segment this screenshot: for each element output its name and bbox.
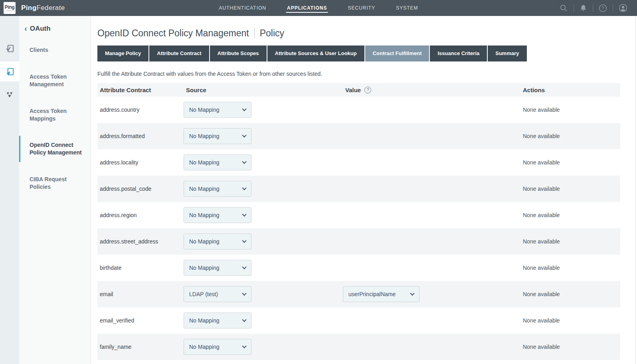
table-row: address.street_addressNo MappingNone ava… xyxy=(97,228,620,255)
source-dropdown-value: No Mapping xyxy=(189,133,220,139)
table-row: emailLDAP (test)userPrincipalNameNone av… xyxy=(97,281,620,307)
sidebar: ‹ OAuth ClientsAccess Token ManagementAc… xyxy=(19,16,91,364)
actions-cell: None available xyxy=(520,159,620,166)
tab-issuance-criteria[interactable]: Issuance Criteria xyxy=(430,46,487,61)
source-cell: No Mapping xyxy=(184,102,343,118)
tab-attribute-sources-user-lookup[interactable]: Attribute Sources & User Lookup xyxy=(267,46,364,61)
tab-bar: Manage PolicyAttribute ContractAttribute… xyxy=(97,46,637,61)
source-cell: No Mapping xyxy=(184,181,343,197)
source-dropdown[interactable]: LDAP (test) xyxy=(184,286,251,302)
source-cell: No Mapping xyxy=(184,233,343,249)
source-dropdown[interactable]: No Mapping xyxy=(184,207,251,223)
chevron-down-icon xyxy=(242,317,246,322)
sidebar-section-title[interactable]: OAuth xyxy=(30,25,51,33)
table-row: address.formattedNo MappingNone availabl… xyxy=(97,123,620,149)
source-dropdown[interactable]: No Mapping xyxy=(184,260,251,276)
ping-logo[interactable]: Ping Identity. xyxy=(4,2,16,14)
sidebar-item-openid-connect-policy-management[interactable]: OpenID Connect Policy Management xyxy=(19,136,91,162)
value-dropdown[interactable]: userPrincipalName xyxy=(343,286,419,302)
check-square-icon[interactable] xyxy=(0,38,19,58)
actions-cell: None available xyxy=(520,238,620,245)
source-dropdown[interactable]: No Mapping xyxy=(184,181,251,197)
bell-icon[interactable] xyxy=(574,0,593,16)
table-row: email_verifiedNo MappingNone available xyxy=(97,307,620,334)
page-title-main: OpenID Connect Policy Management xyxy=(97,28,249,39)
attribute-name: address.street_address xyxy=(97,238,184,245)
attribute-name: address.postal_code xyxy=(97,186,184,192)
table-row: address.countryNo MappingNone available xyxy=(97,97,620,123)
nav-applications[interactable]: APPLICATIONS xyxy=(286,4,328,13)
actions-cell: None available xyxy=(520,317,620,324)
product-name: PingFederate xyxy=(21,4,65,12)
ping-logo-subtext: Identity. xyxy=(7,10,12,12)
search-icon[interactable] xyxy=(554,0,574,16)
nav-system[interactable]: SYSTEM xyxy=(395,4,419,12)
table-body: address.countryNo MappingNone availablea… xyxy=(97,97,620,360)
tab-contract-fulfillment[interactable]: Contract Fulfillment xyxy=(365,46,429,61)
top-bar: Ping Identity. PingFederate AUTHENTICATI… xyxy=(0,0,637,16)
chevron-down-icon xyxy=(242,291,246,295)
table-header-row: Attribute Contract Source Value ? Action… xyxy=(97,83,620,97)
attribute-name: address.country xyxy=(97,107,184,113)
col-header-attribute-contract: Attribute Contract xyxy=(97,87,184,93)
tab-attribute-contract[interactable]: Attribute Contract xyxy=(149,46,209,61)
source-cell: No Mapping xyxy=(184,128,343,144)
source-dropdown-value: No Mapping xyxy=(189,317,220,324)
source-cell: No Mapping xyxy=(184,207,343,223)
tab-manage-policy[interactable]: Manage Policy xyxy=(97,46,148,61)
page-title-sub: Policy xyxy=(260,28,284,39)
value-dropdown-value: userPrincipalName xyxy=(348,291,396,297)
source-dropdown[interactable]: No Mapping xyxy=(184,154,251,170)
source-dropdown-value: No Mapping xyxy=(189,265,220,271)
attribute-name: address.formatted xyxy=(97,133,184,139)
page-title: OpenID Connect Policy Management Policy xyxy=(97,28,637,39)
paw-icon[interactable] xyxy=(0,85,19,105)
actions-cell: None available xyxy=(520,186,620,192)
nav-security[interactable]: SECURITY xyxy=(347,4,376,12)
tab-summary[interactable]: Summary xyxy=(488,46,526,61)
page-description: Fulfill the Attribute Contract with valu… xyxy=(97,71,637,77)
help-icon[interactable]: ? xyxy=(593,0,613,16)
user-icon[interactable] xyxy=(613,0,633,16)
attribute-name: address.locality xyxy=(97,159,184,166)
icon-rail xyxy=(0,16,19,364)
source-cell: No Mapping xyxy=(184,260,343,276)
nav-authentication[interactable]: AUTHENTICATION xyxy=(218,4,267,12)
source-dropdown[interactable]: No Mapping xyxy=(184,102,251,118)
chevron-down-icon xyxy=(242,238,246,243)
attribute-name: birthdate xyxy=(97,265,184,271)
table-row: address.postal_codeNo MappingNone availa… xyxy=(97,176,620,202)
source-cell: No Mapping xyxy=(184,339,343,355)
table-row: address.localityNo MappingNone available xyxy=(97,149,620,176)
sidebar-item-access-token-mappings[interactable]: Access Token Mappings xyxy=(19,102,91,128)
source-dropdown-value: LDAP (test) xyxy=(189,291,218,297)
attribute-name: email_verified xyxy=(97,317,184,324)
top-nav: AUTHENTICATIONAPPLICATIONSSECURITYSYSTEM xyxy=(218,0,419,16)
source-dropdown[interactable]: No Mapping xyxy=(184,128,251,144)
chevron-down-icon xyxy=(410,291,414,295)
main-content: OpenID Connect Policy Management Policy … xyxy=(91,16,637,364)
col-header-value: Value ? xyxy=(343,87,520,93)
actions-cell: None available xyxy=(520,265,620,271)
source-dropdown[interactable]: No Mapping xyxy=(184,313,251,328)
scrollbar-track[interactable] xyxy=(635,16,637,364)
table-row: birthdateNo MappingNone available xyxy=(97,255,620,281)
source-cell: LDAP (test) xyxy=(184,286,343,302)
back-chevron-icon[interactable]: ‹ xyxy=(24,24,27,32)
value-cell: userPrincipalName xyxy=(343,286,520,302)
sidebar-item-ciba-request-policies[interactable]: CIBA Request Policies xyxy=(19,170,91,196)
source-dropdown-value: No Mapping xyxy=(189,238,220,245)
svg-text:?: ? xyxy=(602,6,604,10)
source-dropdown[interactable]: No Mapping xyxy=(184,339,251,355)
sidebar-item-clients[interactable]: Clients xyxy=(19,41,91,59)
help-circle-icon[interactable]: ? xyxy=(364,87,371,93)
source-cell: No Mapping xyxy=(184,154,343,170)
actions-cell: None available xyxy=(520,107,620,113)
source-dropdown[interactable]: No Mapping xyxy=(184,233,251,249)
attribute-name: email xyxy=(97,291,184,297)
top-icons: ? xyxy=(554,0,633,16)
tab-attribute-scopes[interactable]: Attribute Scopes xyxy=(210,46,267,61)
oauth-token-icon[interactable] xyxy=(0,61,19,81)
sidebar-item-access-token-management[interactable]: Access Token Management xyxy=(19,67,91,94)
col-header-source: Source xyxy=(184,87,343,93)
